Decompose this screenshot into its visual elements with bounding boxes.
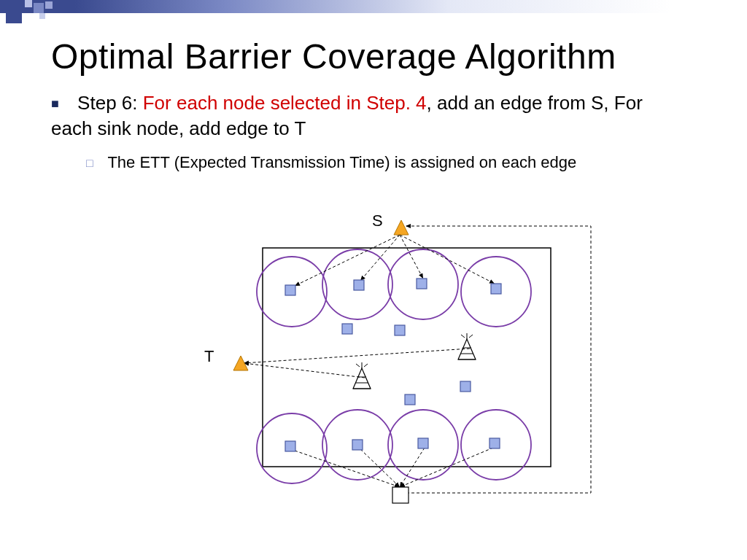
sink-tower-icon	[458, 333, 476, 359]
sensor-node	[405, 394, 415, 405]
decor-square	[39, 13, 45, 19]
edge	[295, 235, 400, 286]
network-diagram	[204, 211, 613, 525]
source-triangle	[394, 220, 409, 235]
edge	[400, 448, 425, 487]
sensor-node	[491, 284, 501, 294]
bullet2-text: The ETT (Expected Transmission Time) is …	[107, 153, 576, 171]
sink-tower-icon	[353, 362, 371, 389]
svg-line-11	[364, 364, 368, 367]
sensor-node	[354, 280, 364, 290]
decor-square	[45, 1, 53, 9]
sensor-node	[460, 381, 471, 392]
decor-square	[34, 3, 44, 13]
sensor-node	[352, 440, 363, 450]
sensor-node	[342, 324, 352, 334]
slide: { "title": "Optimal Barrier Coverage Alg…	[0, 0, 747, 560]
detector-box	[392, 487, 409, 503]
route-path	[401, 226, 591, 493]
svg-line-10	[356, 364, 360, 367]
sensor-node	[285, 285, 295, 295]
decor-square	[6, 7, 22, 23]
sensor-node	[285, 441, 295, 451]
edge	[400, 235, 423, 279]
sensor-node	[395, 325, 405, 335]
sensor-node	[417, 279, 427, 289]
svg-line-5	[469, 335, 473, 338]
bullet1-prefix: Step 6:	[77, 92, 143, 114]
edge	[400, 235, 495, 284]
edge	[360, 449, 400, 487]
bullet-level-1: Step 6: For each node selected in Step. …	[51, 90, 678, 141]
edge	[244, 349, 470, 363]
bullet-list: Step 6: For each node selected in Step. …	[51, 90, 678, 174]
sensor-node	[489, 438, 500, 448]
sensor-node	[418, 438, 428, 448]
edge	[400, 448, 493, 487]
bullet1-highlight: For each node selected in Step. 4	[143, 92, 427, 114]
decor-square	[25, 0, 32, 7]
edge	[244, 363, 365, 378]
top-gradient-bar	[0, 0, 747, 13]
bullet-level-2: The ETT (Expected Transmission Time) is …	[51, 152, 678, 174]
svg-line-4	[461, 335, 465, 338]
edge	[295, 451, 400, 487]
diagram-svg	[204, 211, 613, 525]
slide-title: Optimal Barrier Coverage Algorithm	[51, 36, 616, 77]
